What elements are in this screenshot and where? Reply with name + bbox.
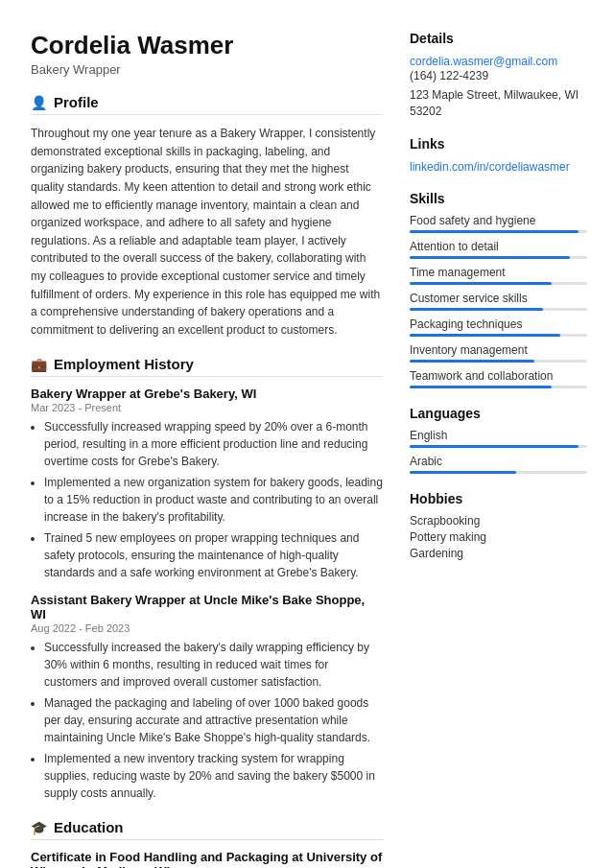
job-bullet: Trained 5 new employees on proper wrappi… xyxy=(44,529,383,581)
skill-bar-bg xyxy=(410,282,587,285)
languages-section: Languages EnglishArabic xyxy=(410,406,587,474)
skill-bar-bg xyxy=(410,334,587,337)
skill-bar-bg xyxy=(410,360,587,363)
language-item: Arabic xyxy=(410,455,587,474)
job-entry: Assistant Bakery Wrapper at Uncle Mike's… xyxy=(31,593,383,802)
language-bar-bg xyxy=(410,471,587,474)
hobby-item: Scrapbooking xyxy=(410,514,587,528)
education-list: Certificate in Food Handling and Packagi… xyxy=(31,850,383,868)
linkedin-link[interactable]: linkedin.com/in/cordeliawasmer xyxy=(410,160,570,174)
job-bullet: Successfully increased the bakery's dail… xyxy=(44,639,383,691)
left-column: Cordelia Wasmer Bakery Wrapper 👤 Profile… xyxy=(31,31,383,868)
skill-bar-bg xyxy=(410,230,587,233)
language-label: English xyxy=(410,429,587,442)
languages-list: EnglishArabic xyxy=(410,429,587,474)
job-title: Assistant Bakery Wrapper at Uncle Mike's… xyxy=(31,593,383,622)
education-heading: 🎓 Education xyxy=(31,819,383,840)
language-bar-fill xyxy=(410,471,516,474)
skill-bar-fill xyxy=(410,308,543,311)
hobbies-section: Hobbies ScrapbookingPottery makingGarden… xyxy=(410,491,587,560)
links-heading: Links xyxy=(410,136,587,152)
skills-heading: Skills xyxy=(410,191,587,206)
job-bullet: Successfully increased wrapping speed by… xyxy=(44,418,383,470)
jobs-list: Bakery Wrapper at Grebe's Bakery, WIMar … xyxy=(31,387,383,802)
candidate-name: Cordelia Wasmer xyxy=(31,31,383,60)
employment-icon: 💼 xyxy=(31,357,47,372)
job-dates: Aug 2022 - Feb 2023 xyxy=(31,622,383,634)
employment-heading: 💼 Employment History xyxy=(31,356,383,377)
email-link[interactable]: cordelia.wasmer@gmail.com xyxy=(410,55,557,68)
skills-list: Food safety and hygieneAttention to deta… xyxy=(410,214,587,388)
links-section: Links linkedin.com/in/cordeliawasmer xyxy=(410,136,587,174)
job-bullet: Managed the packaging and labeling of ov… xyxy=(44,694,383,746)
skill-bar-fill xyxy=(410,256,570,259)
skill-item: Customer service skills xyxy=(410,292,587,311)
profile-text: Throughout my one year tenure as a Baker… xyxy=(31,125,383,339)
hobby-item: Gardening xyxy=(410,547,587,560)
skill-item: Food safety and hygiene xyxy=(410,214,587,233)
skill-bar-bg xyxy=(410,386,587,388)
skill-label: Food safety and hygiene xyxy=(410,214,587,227)
candidate-title: Bakery Wrapper xyxy=(31,62,383,77)
language-item: English xyxy=(410,429,587,448)
skill-bar-bg xyxy=(410,308,587,311)
skill-item: Packaging techniques xyxy=(410,317,587,337)
education-icon: 🎓 xyxy=(31,820,47,835)
job-bullets: Successfully increased wrapping speed by… xyxy=(31,418,383,581)
skill-label: Packaging techniques xyxy=(410,317,587,331)
skills-section: Skills Food safety and hygieneAttention … xyxy=(410,191,587,388)
job-dates: Mar 2023 - Present xyxy=(31,402,383,413)
phone-text: (164) 122-4239 xyxy=(410,68,587,84)
hobby-item: Pottery making xyxy=(410,530,587,544)
skill-label: Inventory management xyxy=(410,343,587,357)
skill-bar-fill xyxy=(410,282,552,285)
hobbies-list: ScrapbookingPottery makingGardening xyxy=(410,514,587,560)
header: Cordelia Wasmer Bakery Wrapper xyxy=(31,31,383,77)
job-bullet: Implemented a new organization system fo… xyxy=(44,474,383,526)
languages-heading: Languages xyxy=(410,406,587,421)
skill-label: Attention to detail xyxy=(410,240,587,253)
details-heading: Details xyxy=(410,31,587,46)
language-label: Arabic xyxy=(410,455,587,468)
profile-section: 👤 Profile Throughout my one year tenure … xyxy=(31,94,383,339)
job-bullet: Implemented a new inventory tracking sys… xyxy=(44,750,383,802)
skill-item: Attention to detail xyxy=(410,240,587,259)
job-bullets: Successfully increased the bakery's dail… xyxy=(31,639,383,802)
skill-item: Time management xyxy=(410,266,587,285)
skill-bar-fill xyxy=(410,360,534,363)
skill-label: Time management xyxy=(410,266,587,279)
right-column: Details cordelia.wasmer@gmail.com (164) … xyxy=(410,31,587,868)
employment-section: 💼 Employment History Bakery Wrapper at G… xyxy=(31,356,383,802)
links-list: linkedin.com/in/cordeliawasmer xyxy=(410,159,587,174)
job-title: Bakery Wrapper at Grebe's Bakery, WI xyxy=(31,387,383,401)
language-bar-fill xyxy=(410,445,579,448)
job-entry: Bakery Wrapper at Grebe's Bakery, WIMar … xyxy=(31,387,383,581)
hobbies-heading: Hobbies xyxy=(410,491,587,506)
skill-item: Inventory management xyxy=(410,343,587,363)
edu-title: Certificate in Food Handling and Packagi… xyxy=(31,850,383,868)
details-section: Details cordelia.wasmer@gmail.com (164) … xyxy=(410,31,587,119)
skill-bar-fill xyxy=(410,386,552,388)
profile-heading: 👤 Profile xyxy=(31,94,383,115)
skill-item: Teamwork and collaboration xyxy=(410,369,587,388)
education-entry: Certificate in Food Handling and Packagi… xyxy=(31,850,383,868)
skill-label: Teamwork and collaboration xyxy=(410,369,587,383)
skill-bar-fill xyxy=(410,334,560,337)
education-section: 🎓 Education Certificate in Food Handling… xyxy=(31,819,383,868)
skill-bar-bg xyxy=(410,256,587,259)
language-bar-bg xyxy=(410,445,587,448)
skill-label: Customer service skills xyxy=(410,292,587,305)
skill-bar-fill xyxy=(410,230,579,233)
profile-icon: 👤 xyxy=(31,95,47,110)
address-text: 123 Maple Street, Milwaukee, WI 53202 xyxy=(410,87,587,120)
